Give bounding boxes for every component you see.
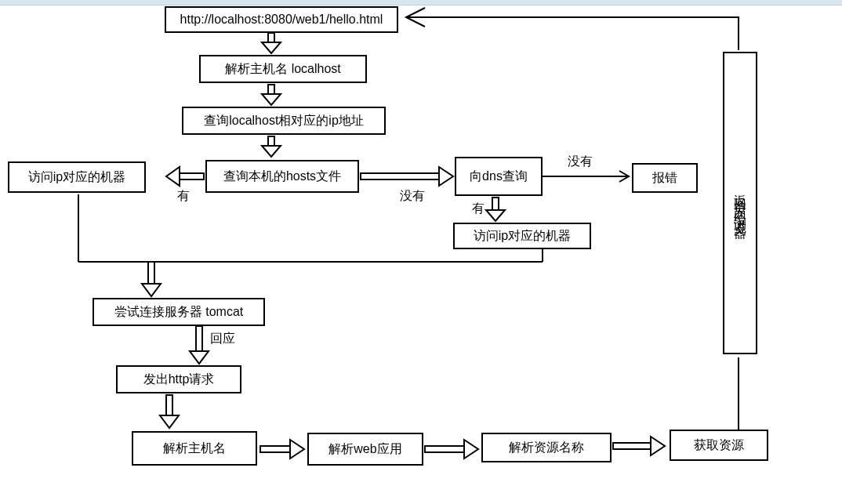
text: 解析主机名 localhost bbox=[225, 61, 341, 76]
text: 解析主机名 bbox=[163, 441, 226, 455]
text: 向dns查询 bbox=[470, 169, 528, 183]
node-parse-res: 解析资源名称 bbox=[481, 433, 612, 462]
text: 解析web应用 bbox=[328, 441, 401, 456]
text: 尝试连接服务器 tomcat bbox=[114, 304, 243, 319]
connector-layer bbox=[0, 0, 842, 504]
label-no-1: 没有 bbox=[400, 188, 425, 205]
text: 访问ip对应的机器 bbox=[474, 228, 571, 243]
diagram-canvas: http://localhost:8080/web1/hello.html 解析… bbox=[0, 0, 842, 504]
top-bar bbox=[0, 0, 842, 5]
node-hosts-file: 查询本机的hosts文件 bbox=[205, 160, 359, 193]
text: 查询本机的hosts文件 bbox=[223, 169, 341, 183]
node-return-to-browser: 返回页面给浏览器 bbox=[723, 52, 757, 354]
node-parse-web: 解析web应用 bbox=[307, 433, 423, 466]
label-yes-2: 有 bbox=[472, 201, 485, 217]
node-access-ip-1: 访问ip对应的机器 bbox=[8, 161, 146, 193]
text: 查询localhost相对应的ip地址 bbox=[204, 113, 364, 128]
node-error: 报错 bbox=[632, 163, 698, 193]
text: 返回页面给浏览器 bbox=[732, 184, 747, 222]
node-get-res: 获取资源 bbox=[670, 430, 768, 461]
label-no-2: 没有 bbox=[568, 154, 593, 170]
text: http://localhost:8080/web1/hello.html bbox=[180, 12, 383, 27]
node-lookup-ip: 查询localhost相对应的ip地址 bbox=[182, 107, 386, 135]
node-dns-query: 向dns查询 bbox=[455, 157, 543, 196]
label-reply: 回应 bbox=[210, 331, 235, 347]
text: 获取资源 bbox=[694, 437, 744, 452]
node-send-http: 发出http请求 bbox=[116, 365, 241, 393]
node-parse-host-2: 解析主机名 bbox=[132, 431, 257, 466]
text: 访问ip对应的机器 bbox=[28, 169, 125, 184]
label-yes-1: 有 bbox=[177, 188, 190, 205]
text: 解析资源名称 bbox=[509, 440, 584, 455]
node-try-tomcat: 尝试连接服务器 tomcat bbox=[93, 298, 265, 326]
node-access-ip-2: 访问ip对应的机器 bbox=[453, 223, 591, 249]
node-url: http://localhost:8080/web1/hello.html bbox=[165, 6, 398, 33]
node-parse-host: 解析主机名 localhost bbox=[199, 55, 367, 83]
text: 发出http请求 bbox=[143, 372, 215, 386]
text: 报错 bbox=[652, 170, 677, 185]
